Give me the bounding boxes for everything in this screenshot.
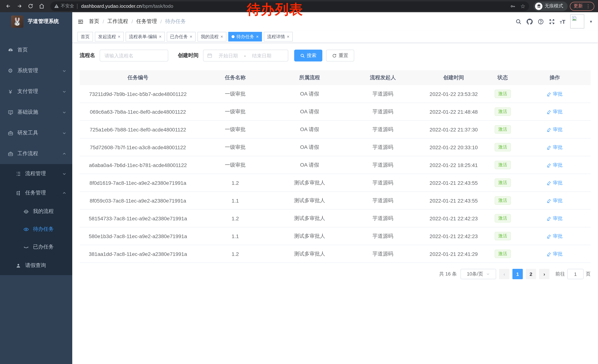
sidebar-item-workflow[interactable]: 工作流程	[0, 143, 72, 164]
approve-link[interactable]: 审批	[547, 126, 563, 133]
app-title: 芋道管理系统	[28, 18, 59, 25]
goto-page-input[interactable]	[567, 269, 583, 279]
cell-actions: 审批	[519, 251, 590, 257]
sidebar-item-todo-tasks[interactable]: 待办任务	[0, 220, 72, 238]
sidebar-item-done-tasks[interactable]: 已办任务	[0, 238, 72, 256]
process-name-input[interactable]	[100, 50, 168, 61]
page-button-1[interactable]: 1	[512, 269, 523, 279]
font-size-icon[interactable]: TT	[560, 19, 565, 24]
cell-task-id: a6aba0a4-7b6d-11ec-b781-acde48001122	[80, 162, 196, 168]
approve-link[interactable]: 审批	[547, 251, 563, 257]
approve-link[interactable]: 审批	[547, 233, 563, 239]
next-page-button[interactable]: ›	[539, 269, 549, 279]
sidebar-item-home[interactable]: 首页	[0, 40, 72, 60]
chevron-down-icon[interactable]: ▼	[589, 19, 593, 24]
chevron-up-icon	[62, 152, 66, 156]
close-icon[interactable]: ×	[220, 34, 223, 39]
breadcrumb-home[interactable]: 首页	[89, 18, 99, 25]
help-icon[interactable]	[538, 18, 544, 25]
cell-task-id: 75d72608-7b7f-11ec-a3c8-acde48001122	[80, 144, 196, 150]
search-icon[interactable]	[515, 18, 522, 25]
cell-process: 测试多审批人	[274, 215, 345, 222]
sidebar-item-label: 请假查询	[25, 262, 46, 269]
date-range-picker[interactable]: -	[203, 50, 288, 61]
approve-link[interactable]: 审批	[547, 144, 563, 151]
cell-task-name: 一级审批	[196, 162, 274, 168]
approve-link-label: 审批	[553, 90, 563, 97]
tab-my-process[interactable]: 我的流程 ×	[198, 32, 226, 41]
screen: 不安全 dashboard.yudao.iocoder.cn /bpm/task…	[0, 0, 598, 364]
sidebar-item-my-process[interactable]: 我的流程	[0, 202, 72, 220]
sidebar-item-label: 工作流程	[17, 150, 38, 157]
tab-home[interactable]: 首页	[77, 32, 93, 41]
close-icon[interactable]: ×	[159, 34, 162, 39]
reset-button-label: 重置	[339, 52, 348, 59]
close-icon[interactable]: ×	[118, 34, 120, 39]
sidebar-item-infrastructure[interactable]: 基础设施	[0, 102, 72, 122]
github-icon[interactable]	[526, 18, 533, 25]
end-date-input[interactable]	[248, 53, 275, 58]
col-actions: 操作	[519, 74, 590, 81]
search-button[interactable]: 搜索	[294, 50, 322, 61]
breadcrumb-task-management[interactable]: 任务管理	[136, 18, 157, 25]
sidebar-item-system[interactable]: ⚙ 系统管理	[0, 60, 72, 81]
cell-task-id: 58154733-7ac8-11ec-a9e2-a2380e71991a	[80, 215, 196, 221]
sidebar-collapse-icon[interactable]	[77, 18, 84, 25]
approve-link[interactable]: 审批	[547, 90, 563, 97]
sidebar-item-devtools[interactable]: 研发工具	[0, 122, 72, 143]
reload-icon[interactable]	[26, 2, 35, 11]
tab-process-detail[interactable]: 流程详情 ×	[264, 32, 293, 41]
tags-view: 首页 发起流程 × 流程表单-编辑 × 已办任务 × 我的流程 ×	[72, 31, 598, 43]
search-button-label: 搜索	[307, 52, 316, 59]
sidebar-item-payment[interactable]: ¥ 支付管理	[0, 81, 72, 102]
browser-menu-icon[interactable]: ⋮	[586, 4, 590, 8]
close-icon[interactable]: ×	[190, 34, 192, 39]
cell-process: OA 请假	[274, 144, 345, 151]
sidebar-item-label: 流程管理	[25, 170, 46, 177]
approve-link-label: 审批	[553, 251, 563, 257]
forward-icon[interactable]	[15, 2, 24, 11]
approve-link[interactable]: 审批	[547, 108, 563, 115]
tab-label: 我的流程	[201, 33, 219, 40]
cell-create-time: 2022-01-22 21:37:30	[421, 126, 486, 132]
approve-link[interactable]: 审批	[547, 179, 563, 186]
key-icon[interactable]	[510, 4, 515, 9]
back-icon[interactable]	[4, 2, 13, 11]
sidebar-item-label: 任务管理	[25, 190, 46, 196]
security-warning-icon[interactable]	[54, 4, 59, 8]
cell-task-id: 8f059c03-7ac8-11ec-a9e2-a2380e71991a	[80, 198, 196, 203]
breadcrumb-current: 待办任务	[165, 18, 186, 25]
page-button-2[interactable]: 2	[526, 269, 536, 279]
breadcrumb-workflow[interactable]: 工作流程	[108, 18, 128, 25]
tab-done-tasks[interactable]: 已办任务 ×	[167, 32, 196, 41]
close-icon[interactable]: ×	[256, 34, 259, 39]
sidebar-item-process-management[interactable]: 流程管理	[0, 164, 72, 183]
process-name-label: 流程名	[80, 52, 95, 59]
start-date-input[interactable]	[215, 53, 242, 58]
sidebar-logo[interactable]: 🐰 芋道管理系统	[0, 12, 72, 31]
chevron-down-icon	[62, 172, 66, 176]
tab-label: 已办任务	[170, 33, 188, 40]
approve-link[interactable]: 审批	[547, 215, 563, 222]
reset-button[interactable]: 重置	[326, 50, 354, 61]
bookmark-star-icon[interactable]: ☆	[520, 3, 525, 9]
tasks-table: 任务编号 任务名称 所属流程 流程发起人 创建时间 状态 操作 73211d9d…	[80, 70, 590, 263]
tab-todo-tasks[interactable]: 待办任务 ×	[228, 32, 262, 41]
home-icon[interactable]	[37, 2, 46, 11]
page-size-select[interactable]: 10条/页	[461, 269, 496, 279]
status-badge: 激活	[495, 232, 511, 240]
sidebar-item-task-management[interactable]: 任务管理	[0, 183, 72, 202]
cell-create-time: 2022-01-21 22:43:55	[421, 180, 486, 186]
cell-starter: 芋道源码	[345, 108, 421, 115]
status-badge: 激活	[495, 161, 511, 169]
tab-process-form-edit[interactable]: 流程表单-编辑 ×	[126, 32, 165, 41]
prev-page-button[interactable]: ‹	[499, 269, 509, 279]
approve-link[interactable]: 审批	[547, 162, 563, 168]
sidebar-item-leave-query[interactable]: 请假查询	[0, 256, 72, 275]
tab-start-process[interactable]: 发起流程 ×	[95, 32, 124, 41]
close-icon[interactable]: ×	[287, 34, 289, 39]
update-button[interactable]: 更新 ⋮	[570, 2, 594, 11]
approve-link[interactable]: 审批	[547, 197, 563, 204]
fullscreen-icon[interactable]	[549, 18, 555, 25]
avatar[interactable]	[570, 15, 584, 29]
